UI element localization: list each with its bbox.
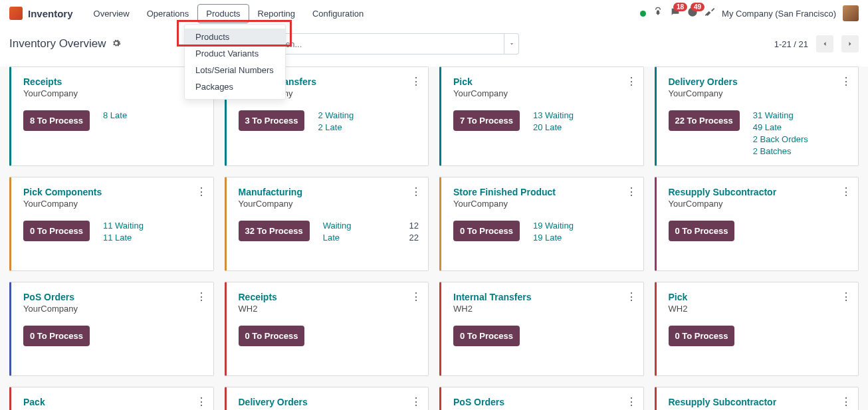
stat-link[interactable]: 11 Late	[103, 233, 204, 243]
nav-reporting[interactable]: Reporting	[249, 4, 304, 23]
page-title: Inventory Overview	[9, 37, 106, 51]
stat-link[interactable]: 2 Late	[318, 122, 419, 132]
process-button[interactable]: 3 To Process	[239, 110, 305, 131]
card-title[interactable]: Receipts	[239, 292, 419, 302]
stat-link[interactable]: 20 Late	[533, 122, 634, 132]
card-menu-icon[interactable]: ⋮	[626, 395, 637, 408]
messages-badge: 18	[673, 3, 687, 11]
card-title[interactable]: Receipts	[23, 76, 204, 87]
nav-operations[interactable]: Operations	[138, 4, 198, 23]
card-title[interactable]: Store Finished Product	[453, 187, 634, 197]
card-menu-icon[interactable]: ⋮	[196, 395, 207, 408]
card-body: 0 To Process	[669, 326, 849, 346]
app-icon	[9, 7, 23, 20]
card-body: 32 To ProcessWaiting12Late22	[239, 221, 419, 243]
process-button[interactable]: 0 To Process	[239, 326, 305, 346]
card-body: 0 To Process11 Waiting11 Late	[23, 221, 204, 243]
content-scroll[interactable]: ReceiptsYourCompany⋮8 To Process8 LateIn…	[0, 66, 868, 410]
gear-icon[interactable]	[112, 39, 121, 50]
stat-row[interactable]: Late22	[323, 233, 419, 243]
card-title[interactable]: PoS Orders	[23, 292, 204, 302]
stat-link[interactable]: 49 Late	[753, 122, 849, 132]
card-subtitle: YourCompany	[23, 304, 204, 314]
dropdown-lots-serial[interactable]: Lots/Serial Numbers	[185, 62, 285, 78]
card-menu-icon[interactable]: ⋮	[411, 185, 421, 198]
card-body: 0 To Process	[669, 221, 849, 241]
stat-link[interactable]: 13 Waiting	[533, 110, 634, 120]
messages-icon[interactable]: 18	[670, 7, 681, 20]
card-title[interactable]: Pick Components	[23, 187, 204, 197]
search-input[interactable]	[267, 39, 498, 49]
card-menu-icon[interactable]: ⋮	[411, 395, 421, 408]
process-button[interactable]: 0 To Process	[453, 326, 520, 346]
card-title[interactable]: PoS Orders	[453, 397, 634, 407]
nav-products[interactable]: Products	[197, 4, 249, 23]
card: PoS OrdersWH2⋮	[439, 387, 644, 410]
top-nav: Inventory Overview Operations Products R…	[0, 0, 868, 27]
card-title[interactable]: Manufacturing	[239, 187, 419, 197]
card-menu-icon[interactable]: ⋮	[841, 290, 851, 303]
process-button[interactable]: 8 To Process	[23, 110, 90, 131]
stat-link[interactable]: 2 Waiting	[318, 110, 419, 120]
nav-overview[interactable]: Overview	[85, 4, 138, 23]
stat-link[interactable]: 8 Late	[103, 110, 204, 120]
pager-next[interactable]	[841, 35, 859, 52]
card-title[interactable]: Delivery Orders	[239, 397, 419, 407]
card-title[interactable]: Pack	[23, 397, 204, 407]
card-menu-icon[interactable]: ⋮	[626, 185, 637, 198]
card-menu-icon[interactable]: ⋮	[411, 290, 421, 303]
app-name: Inventory	[28, 8, 73, 19]
card: Delivery OrdersYourCompany⋮22 To Process…	[655, 66, 859, 166]
card-title[interactable]: Resupply Subcontractor	[669, 397, 849, 407]
process-button[interactable]: 7 To Process	[453, 110, 520, 131]
dropdown-product-variants[interactable]: Product Variants	[185, 45, 285, 62]
stat-link[interactable]: 19 Late	[533, 233, 634, 243]
activities-icon[interactable]: 49	[687, 7, 698, 20]
activities-badge: 49	[691, 3, 705, 11]
search-dropdown-toggle[interactable]	[504, 33, 519, 54]
card-menu-icon[interactable]: ⋮	[841, 75, 851, 88]
process-button[interactable]: 0 To Process	[23, 221, 90, 241]
company-name[interactable]: My Company (San Francisco)	[722, 9, 836, 19]
process-button[interactable]: 22 To Process	[669, 110, 740, 131]
card: ReceiptsWH2⋮0 To Process	[225, 282, 429, 376]
card-title[interactable]: Resupply Subcontractor	[669, 187, 849, 197]
tools-icon[interactable]	[705, 7, 715, 20]
dropdown-products[interactable]: Products	[185, 29, 285, 45]
stat-link[interactable]: 31 Waiting	[753, 110, 849, 120]
card-title[interactable]: Internal Transfers	[453, 292, 634, 302]
process-button[interactable]: 0 To Process	[669, 326, 735, 346]
process-button[interactable]: 0 To Process	[453, 221, 520, 241]
avatar[interactable]	[843, 5, 859, 21]
search-box[interactable]	[248, 33, 504, 54]
card: PickYourCompany⋮7 To Process13 Waiting20…	[439, 66, 644, 166]
dropdown-packages[interactable]: Packages	[185, 78, 285, 95]
stat-row[interactable]: Waiting12	[323, 221, 419, 231]
stat-link[interactable]: 19 Waiting	[533, 221, 634, 231]
card: ReceiptsYourCompany⋮8 To Process8 Late	[9, 66, 214, 166]
card-subtitle: YourCompany	[453, 88, 634, 98]
card: Delivery OrdersWH2⋮	[225, 387, 429, 410]
card-title[interactable]: Pick	[669, 292, 849, 302]
nav-configuration[interactable]: Configuration	[304, 4, 372, 23]
card-subtitle: YourCompany	[23, 88, 204, 98]
card-title[interactable]: Delivery Orders	[669, 76, 849, 87]
process-button[interactable]: 0 To Process	[23, 326, 90, 346]
card-menu-icon[interactable]: ⋮	[411, 75, 421, 88]
stat-link[interactable]: 2 Back Orders	[753, 134, 849, 144]
stat-link[interactable]: 11 Waiting	[103, 221, 204, 231]
card-menu-icon[interactable]: ⋮	[626, 290, 637, 303]
stat-link[interactable]: 2 Batches	[753, 146, 849, 156]
card-menu-icon[interactable]: ⋮	[841, 395, 851, 408]
process-button[interactable]: 0 To Process	[669, 221, 735, 241]
chevron-left-icon	[821, 40, 829, 48]
card-title[interactable]: Pick	[453, 76, 634, 87]
card-menu-icon[interactable]: ⋮	[626, 75, 637, 88]
phone-icon[interactable]	[653, 7, 663, 20]
card-menu-icon[interactable]: ⋮	[196, 290, 207, 303]
card-menu-icon[interactable]: ⋮	[841, 185, 851, 198]
card-menu-icon[interactable]: ⋮	[196, 185, 207, 198]
process-button[interactable]: 32 To Process	[239, 221, 310, 241]
pager-prev[interactable]	[816, 35, 833, 52]
card-subtitle: YourCompany	[669, 88, 849, 98]
